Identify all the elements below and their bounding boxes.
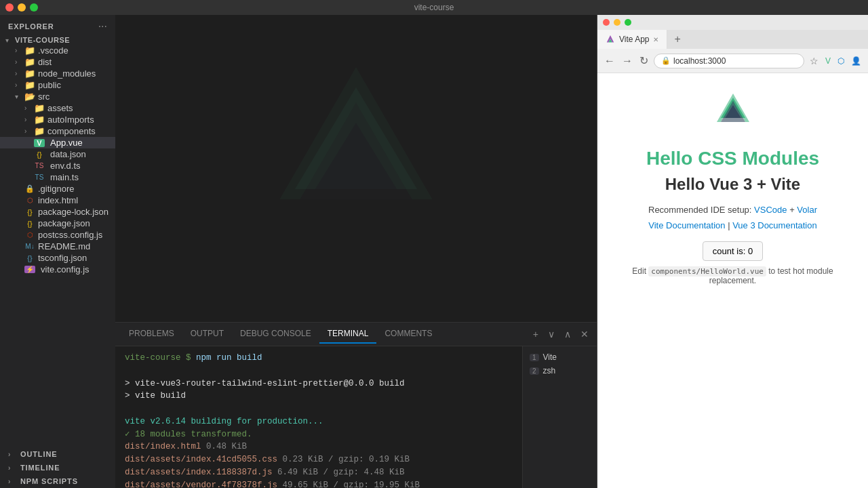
terminal-actions: + ∨ ∧ ✕ (530, 327, 591, 341)
maximize-button[interactable] (30, 3, 38, 12)
chevron-up-button[interactable]: ∧ (561, 327, 574, 341)
sidebar-item-datajson[interactable]: {} data.json (0, 148, 115, 160)
refresh-button[interactable]: ↻ (638, 53, 650, 68)
sidebar-label-tsconfig: tsconfig.json (38, 253, 87, 263)
chevron-right-icon: › (8, 451, 18, 458)
sidebar-item-packagejson[interactable]: {} package.json (0, 218, 115, 229)
terminal-instance-zsh-label: zsh (543, 366, 556, 375)
tab-comments[interactable]: COMMENTS (376, 325, 440, 344)
chevron-down-button[interactable]: ∨ (545, 327, 557, 341)
browser-tab-vite[interactable]: Vite App ✕ (597, 30, 667, 49)
chevron-right-icon: › (24, 104, 34, 112)
minimize-button[interactable] (18, 3, 26, 12)
chevron-right-icon: › (24, 127, 34, 135)
plus-separator: + (789, 205, 797, 215)
npm-scripts-section[interactable]: › NPM SCRIPTS (0, 474, 115, 488)
vue-file-icon: V (34, 139, 45, 147)
tab-terminal[interactable]: TERMINAL (319, 325, 377, 344)
folder-icon: 📁 (34, 103, 45, 113)
sidebar-label-autoimports: autoImports (47, 115, 94, 125)
terminal-success: ✓ 18 modules transformed. (125, 430, 252, 439)
sidebar-item-viteconfig[interactable]: ⚡ vite.config.js (0, 264, 115, 275)
terminal-instance-vite[interactable]: 1 Vite (523, 350, 597, 364)
sidebar-item-src[interactable]: ▾ 📂 src (0, 91, 115, 102)
browser-max-btn[interactable] (625, 19, 631, 26)
sidebar-item-components[interactable]: › 📁 components (0, 125, 115, 137)
browser-tab-title: Vite App (619, 35, 649, 44)
sidebar-item-packagelockjson[interactable]: {} package-lock.json (0, 206, 115, 218)
json-pkg-icon: {} (24, 220, 35, 228)
sidebar-label-datajson: data.json (50, 149, 86, 159)
sidebar-more-button[interactable]: ··· (98, 20, 107, 33)
terminal-file-1: dist/index.html (125, 442, 201, 451)
sidebar-label-node-modules: node_modules (38, 68, 96, 79)
folder-icon: 📁 (24, 45, 35, 56)
folder-open-icon: 📂 (24, 92, 35, 102)
sidebar-item-postcss[interactable]: ⬡ postcss.config.js (0, 229, 115, 241)
terminal-output[interactable]: vite-course $ npm run build > vite-vue3-… (115, 346, 522, 488)
tab-terminal-label: TERMINAL (328, 329, 369, 338)
terminal-num-2: 2 (530, 367, 539, 375)
json-lock-icon: {} (24, 208, 35, 216)
profile-icon[interactable]: 👤 (850, 55, 863, 67)
close-button[interactable] (5, 3, 14, 12)
window-title: vite-course (414, 3, 454, 12)
url-bar[interactable]: 🔒 localhost:3000 (654, 54, 804, 68)
terminal-line-4: vite v2.6.14 building for production... (125, 415, 513, 428)
sidebar-item-assets[interactable]: › 📁 assets (0, 102, 115, 114)
terminal-size-2: 0.23 KiB / gzip: 0.19 KiB (283, 455, 410, 464)
sidebar-label-readme: README.md (38, 241, 90, 251)
terminal-file-3: dist/assets/index.1188387d.js (125, 468, 273, 477)
browser-tab-close-icon[interactable]: ✕ (653, 36, 658, 43)
sidebar-label-vscode: .vscode (38, 45, 68, 56)
sidebar-item-gitignore[interactable]: 🔒 .gitignore (0, 183, 115, 195)
sidebar-label-postcss: postcss.config.js (38, 230, 102, 240)
new-tab-button[interactable]: + (667, 30, 687, 48)
count-button[interactable]: count is: 0 (703, 241, 763, 261)
chevron-down-icon: ▾ (5, 37, 15, 44)
sidebar-item-envdts[interactable]: TS env.d.ts (0, 160, 115, 171)
sidebar-item-public[interactable]: › 📁 public (0, 79, 115, 91)
sidebar-item-indexhtml[interactable]: ⬡ index.html (0, 195, 115, 206)
sidebar-item-dist[interactable]: › 📁 dist (0, 56, 115, 68)
tab-debug-console[interactable]: DEBUG CONSOLE (232, 325, 319, 344)
sidebar-item-vscode[interactable]: › 📁 .vscode (0, 45, 115, 56)
terminal-info-2: > vite build (125, 391, 186, 401)
vscode-link[interactable]: VSCode (754, 205, 787, 215)
vite-docs-link[interactable]: Vite Documentation (648, 220, 725, 230)
browser-close-btn[interactable] (603, 19, 610, 26)
terminal-num-1: 1 (530, 354, 539, 361)
close-panel-button[interactable]: ✕ (578, 327, 591, 341)
sidebar: EXPLORER ··· ▾ VITE-COURSE › 📁 .vscode ›… (0, 15, 115, 488)
sidebar-header: EXPLORER ··· (0, 15, 115, 35)
folder-icon: 📁 (24, 57, 35, 67)
browser-min-btn[interactable] (614, 19, 620, 26)
sidebar-item-maints[interactable]: TS main.ts (0, 171, 115, 183)
sidebar-item-appvue[interactable]: V App.vue (0, 137, 115, 148)
edit-prefix: Edit (632, 266, 648, 276)
outline-section[interactable]: › OUTLINE (0, 447, 115, 461)
terminal-line-2: > vite-vue3-router-tailwind-eslint-prett… (125, 378, 513, 390)
timeline-section[interactable]: › TIMELINE (0, 461, 115, 474)
sidebar-item-readme[interactable]: M↓ README.md (0, 241, 115, 252)
postcss-icon: ⬡ (24, 231, 35, 239)
ts-file-icon: TS (34, 174, 45, 181)
new-terminal-button[interactable]: + (530, 327, 541, 341)
sidebar-item-node-modules[interactable]: › 📁 node_modules (0, 68, 115, 79)
tab-output[interactable]: OUTPUT (182, 325, 232, 344)
editor-main (115, 15, 597, 322)
vue3-docs-link[interactable]: Vue 3 Documentation (732, 220, 817, 230)
tab-problems[interactable]: PROBLEMS (121, 325, 182, 344)
project-root[interactable]: ▾ VITE-COURSE (0, 35, 115, 45)
sidebar-item-autoimports[interactable]: › 📁 autoImports (0, 114, 115, 125)
edit-text: Edit components/HelloWorld.vue to test h… (611, 266, 854, 285)
bookmark-icon[interactable]: ☆ (808, 54, 820, 68)
back-button[interactable]: ← (603, 54, 616, 68)
chevron-right-icon: › (15, 70, 24, 77)
terminal-instance-zsh[interactable]: 2 zsh (523, 364, 597, 378)
volar-link[interactable]: Volar (797, 205, 817, 215)
terminal-size-3: 6.49 KiB / gzip: 4.48 KiB (277, 468, 405, 477)
sidebar-item-tsconfig[interactable]: {} tsconfig.json (0, 252, 115, 264)
vue-backdrop-logo (254, 67, 458, 270)
forward-button[interactable]: → (620, 54, 634, 68)
